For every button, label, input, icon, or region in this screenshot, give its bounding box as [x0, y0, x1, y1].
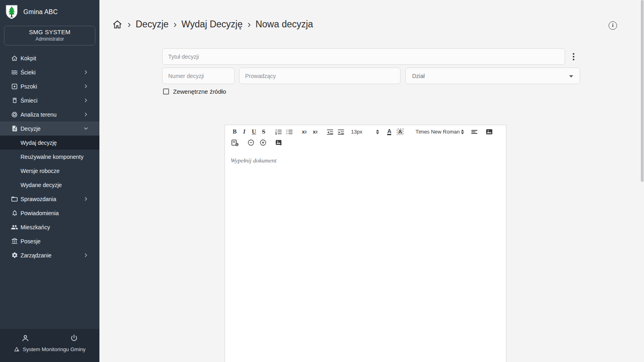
font-color-icon: A — [387, 128, 391, 135]
chevron-right-icon — [83, 111, 89, 117]
chevron-right-icon — [83, 97, 89, 103]
sidebar: Gmina ABC SMG SYSTEM Administrator Kokpi… — [0, 0, 99, 362]
sidebar-subitem-wersje-robocze[interactable]: Wersje robocze — [0, 164, 99, 178]
unordered-list-button[interactable] — [285, 127, 294, 136]
insert-image-file-button[interactable] — [274, 138, 284, 147]
add-box-icon — [11, 83, 18, 90]
zoom-in-button[interactable] — [258, 138, 268, 147]
subscript-button[interactable]: x2 — [299, 127, 309, 136]
breadcrumb-home[interactable] — [112, 19, 123, 30]
superscript-button[interactable]: x2 — [310, 127, 320, 136]
sidebar-menu: Kokpit Ścieki Pszok — [0, 51, 99, 262]
image-add-icon — [275, 140, 283, 146]
editor-content-area[interactable]: Wypełnij dokument — [225, 148, 506, 362]
rich-text-editor: B I U S — [225, 125, 506, 362]
info-button[interactable]: i — [609, 21, 617, 30]
document-icon — [11, 125, 18, 132]
lead-person-input[interactable] — [239, 68, 400, 84]
sidebar-item-posesje[interactable]: Posesje — [0, 234, 99, 248]
kebab-icon — [573, 53, 574, 55]
minus-circle-icon — [248, 139, 254, 146]
chevron-down-icon — [83, 125, 89, 132]
plus-circle-icon — [260, 139, 266, 146]
sidebar-subitem-wydaj-decyzje[interactable]: Wydaj decyzję — [0, 136, 99, 150]
department-select[interactable]: Dział — [405, 68, 580, 84]
external-source-row[interactable]: Zewenętrzne źródło — [163, 88, 226, 95]
sidebar-footer: System Monitoringu Gminy — [0, 329, 99, 362]
sidebar-item-sprawozdania[interactable]: Sprawozdania — [0, 192, 99, 206]
system-logo-icon — [14, 346, 20, 352]
gear-icon — [11, 252, 18, 259]
align-button[interactable] — [469, 127, 479, 136]
indent-icon — [337, 129, 345, 135]
sidebar-item-analiza-terenu[interactable]: Analiza terenu — [0, 107, 99, 121]
indent-button[interactable] — [336, 127, 346, 136]
logout-button[interactable] — [70, 334, 78, 343]
vertical-scrollbar[interactable] — [641, 0, 644, 182]
radar-icon — [11, 111, 18, 118]
ordered-list-button[interactable] — [274, 127, 283, 136]
background-color-icon: A — [396, 128, 404, 135]
editor-placeholder: Wypełnij dokument — [231, 157, 506, 164]
outdent-button[interactable] — [325, 127, 335, 136]
italic-button[interactable]: I — [239, 127, 249, 136]
bank-icon — [11, 238, 18, 245]
bold-button[interactable]: B — [230, 127, 239, 136]
ordered-list-icon — [275, 129, 282, 135]
sidebar-item-powiadomienia[interactable]: Powiadomienia — [0, 206, 99, 220]
home-icon — [112, 19, 123, 30]
align-left-icon — [471, 129, 478, 135]
decision-number-input[interactable] — [162, 68, 235, 84]
system-footer: System Monitoringu Gminy — [0, 346, 99, 352]
underline-button[interactable]: U — [249, 127, 259, 136]
chevron-right-icon — [83, 252, 89, 258]
strikethrough-button[interactable]: S — [259, 127, 268, 136]
decision-title-input[interactable] — [162, 48, 565, 65]
editor-toolbar: B I U S — [225, 125, 506, 149]
image-icon — [486, 129, 493, 135]
home-icon — [11, 55, 18, 62]
people-icon — [11, 224, 18, 231]
insert-image-button[interactable] — [484, 127, 494, 136]
title-options-button[interactable] — [570, 52, 578, 62]
chevron-right-icon — [83, 83, 89, 89]
insert-template-button[interactable] — [230, 138, 239, 147]
caret-down-icon — [569, 75, 573, 78]
sidebar-subitem-reuzywalne-komponenty[interactable]: Reużywalne komponenty — [0, 150, 99, 164]
sidebar-subitem-wydane-decyzje[interactable]: Wydane decyzje — [0, 178, 99, 192]
waves-icon — [11, 69, 18, 76]
system-badge[interactable]: SMG SYSTEM Administrator — [4, 26, 95, 45]
sidebar-item-scieki[interactable]: Ścieki — [0, 65, 99, 79]
font-size-select[interactable]: 13px — [351, 127, 379, 136]
breadcrumb-separator-icon — [172, 22, 178, 28]
org-crest-icon — [5, 4, 18, 20]
background-color-button[interactable]: A — [395, 127, 405, 136]
breadcrumb-wydaj-decyzje[interactable]: Wydaj Decyzję — [182, 19, 243, 30]
sidebar-item-zarzadzanie[interactable]: Zarządzanie — [0, 248, 99, 262]
sidebar-item-mieszkancy[interactable]: Mieszkańcy — [0, 220, 99, 234]
decision-form: Dział Zewenętrzne źródło — [162, 48, 589, 97]
breadcrumb-decyzje[interactable]: Decyzje — [136, 19, 169, 30]
sidebar-item-decyzje[interactable]: Decyzje — [0, 121, 99, 136]
person-icon — [21, 334, 30, 343]
breadcrumb-separator-icon — [246, 22, 252, 28]
zoom-out-button[interactable] — [246, 138, 256, 147]
font-color-button[interactable]: A — [384, 127, 394, 136]
power-icon — [70, 334, 78, 343]
unordered-list-icon — [286, 129, 293, 135]
outdent-icon — [326, 129, 334, 135]
sidebar-item-kokpit[interactable]: Kokpit — [0, 51, 99, 65]
sidebar-item-smieci[interactable]: Śmieci — [0, 93, 99, 107]
external-source-checkbox[interactable] — [163, 88, 169, 95]
info-icon: i — [612, 23, 613, 29]
chevron-right-icon — [83, 69, 89, 75]
org-name: Gmina ABC — [23, 8, 58, 16]
bell-icon — [11, 210, 18, 217]
breadcrumb-nowa-decyzja[interactable]: Nowa decyzja — [256, 19, 313, 30]
sidebar-item-pszoki[interactable]: Pszoki — [0, 79, 99, 93]
font-family-select[interactable]: Times New Roman — [415, 127, 464, 136]
org-logo: Gmina ABC — [0, 0, 99, 23]
main-content: Decyzje Wydaj Decyzję Nowa decyzja i Dzi… — [99, 0, 644, 362]
chevron-right-icon — [83, 196, 89, 202]
user-profile-button[interactable] — [21, 334, 30, 343]
